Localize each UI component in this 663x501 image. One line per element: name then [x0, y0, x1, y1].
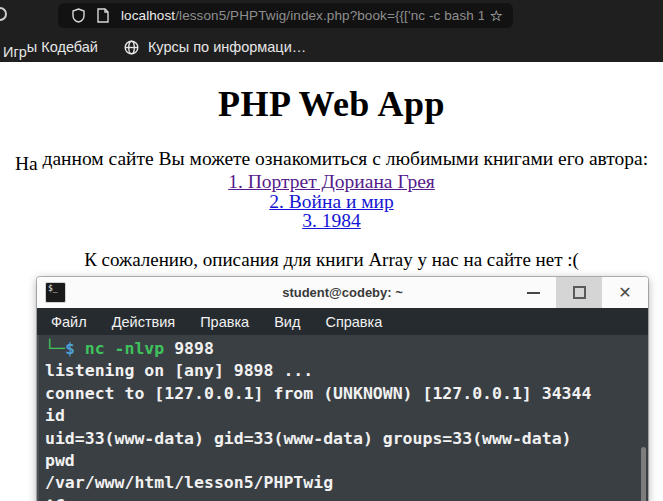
terminal-output[interactable]: └─$ nc -nlvp 9898 listening on [any] 989…	[37, 335, 648, 501]
bookmark-label: Курсы по информаци…	[148, 39, 306, 55]
intro-text: На данном сайте Вы можете ознакомиться с…	[0, 148, 663, 170]
terminal-line: uid=33(www-data) gid=33(www-data) groups…	[45, 428, 648, 450]
url-bar[interactable]: localhost/lesson5/PHPTwig/index.php?book…	[58, 3, 513, 28]
prompt-command: nc -nlvp	[75, 339, 164, 358]
url-host: localhost	[121, 8, 175, 23]
url-text[interactable]: localhost/lesson5/PHPTwig/index.php?book…	[121, 8, 484, 23]
prompt-dollar: $	[65, 339, 75, 358]
no-description-note: К сожалению, описания для книги Array у …	[0, 249, 663, 271]
bookmarks-bar: Игры Кодебай Курсы по информаци…	[0, 32, 663, 62]
close-icon: ✕	[618, 285, 631, 301]
screenshot-root: localhost/lesson5/PHPTwig/index.php?book…	[0, 0, 663, 501]
shield-icon[interactable]	[72, 8, 85, 23]
page-title: PHP Web App	[0, 83, 663, 125]
terminal-line: connect to [127.0.0.1] from (UNKNOWN) [1…	[45, 383, 648, 405]
page-info-icon[interactable]	[97, 8, 109, 23]
prompt-corner: └─	[45, 339, 65, 358]
bookmark-star-icon[interactable]: ☆	[490, 8, 503, 23]
book-links: 1. Портрет Дориана Грея 2. Война и мир 3…	[0, 172, 663, 231]
menu-help[interactable]: Справка	[325, 314, 382, 330]
book-link-3[interactable]: 3. 1984	[0, 211, 663, 231]
terminal-line: /var/www/html/lesson5/PHPTwig	[45, 472, 648, 494]
terminal-line: ^C	[45, 495, 648, 501]
prompt-arg: 9898	[164, 339, 214, 358]
terminal-window: $_ student@codeby: ~ ✕ Файл Действия Пра…	[37, 277, 648, 501]
minimize-icon	[527, 292, 540, 294]
menu-edit[interactable]: Правка	[200, 314, 249, 330]
url-path: /lesson5/PHPTwig/index.php?book={{['nc -…	[175, 8, 483, 23]
terminal-prompt-line: └─$ nc -nlvp 9898	[45, 338, 648, 360]
menu-file[interactable]: Файл	[51, 314, 87, 330]
terminal-line: id	[45, 405, 648, 427]
terminal-menubar: Файл Действия Правка Вид Справка	[37, 308, 648, 335]
window-controls: ✕	[510, 277, 648, 308]
bookmark-item-courses[interactable]: Курсы по информаци…	[98, 39, 306, 55]
intro-rest: данном сайте Вы можете ознакомиться с лю…	[38, 148, 649, 169]
book-link-1[interactable]: 1. Портрет Дориана Грея	[0, 172, 663, 192]
terminal-app-icon: $_	[45, 282, 66, 303]
terminal-scrollbar-thumb[interactable]	[641, 447, 646, 501]
globe-icon	[124, 40, 139, 55]
bookmark-label-part1: Игр	[3, 44, 27, 60]
terminal-line: listening on [any] 9898 ...	[45, 360, 648, 382]
maximize-button[interactable]	[556, 277, 602, 308]
bookmark-label-part2: ы Кодебай	[27, 39, 98, 55]
menu-view[interactable]: Вид	[274, 314, 300, 330]
browser-chrome: localhost/lesson5/PHPTwig/index.php?book…	[0, 0, 663, 62]
close-button[interactable]: ✕	[602, 277, 648, 308]
partial-extension-icon	[0, 7, 7, 21]
intro-first-word: На	[15, 153, 38, 175]
terminal-line: pwd	[45, 450, 648, 472]
terminal-titlebar[interactable]: $_ student@codeby: ~ ✕	[37, 277, 648, 308]
maximize-icon	[573, 286, 586, 299]
menu-actions[interactable]: Действия	[112, 314, 176, 330]
book-link-2[interactable]: 2. Война и мир	[0, 192, 663, 212]
minimize-button[interactable]	[510, 277, 556, 308]
bookmark-item-codeby[interactable]: Игры Кодебай	[0, 39, 98, 55]
